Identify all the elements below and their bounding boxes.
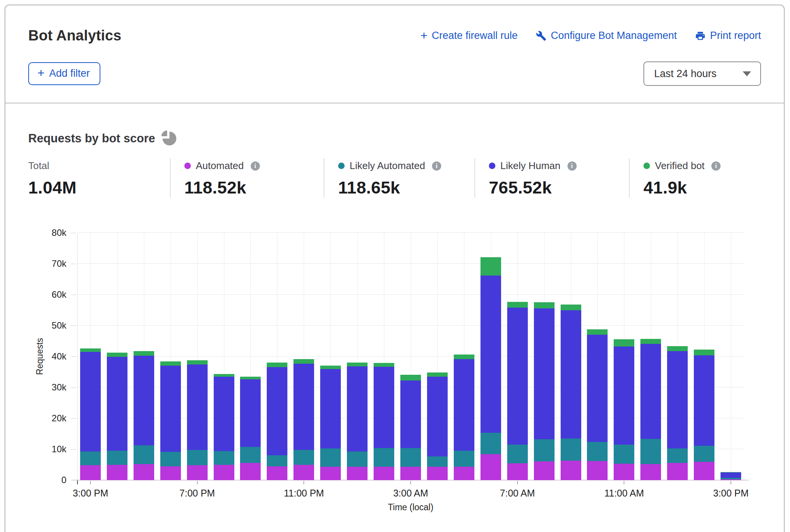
plot-area — [77, 233, 744, 480]
stacked-bar[interactable] — [187, 360, 208, 480]
bar-segment-automated — [640, 464, 661, 480]
x-tick-label: 3:00 AM — [393, 488, 428, 499]
stacked-bar[interactable] — [454, 355, 474, 480]
bar-segment-likely-human — [80, 352, 101, 451]
bot-analytics-card: Bot Analytics + Create firewall rule Con… — [5, 5, 785, 532]
bar-segment-automated — [534, 461, 555, 480]
x-tick-mark — [197, 481, 198, 484]
bar-segment-likely-human — [721, 472, 741, 478]
stacked-bar[interactable] — [347, 363, 368, 480]
bar-segment-likely-automated — [293, 450, 314, 465]
stat-likely-automated: Likely Automated i 118.65k — [324, 158, 474, 198]
stacked-bar[interactable] — [214, 374, 234, 480]
stacked-bar[interactable] — [80, 348, 101, 480]
stacked-bar[interactable] — [694, 350, 714, 480]
stat-verified-bot: Verified bot i 41.9k — [629, 158, 761, 198]
bar-segment-verified-bot — [293, 359, 314, 363]
bar-segment-automated — [454, 467, 474, 480]
x-tick-label: 11:00 AM — [604, 488, 644, 499]
bar-segment-likely-human — [267, 367, 287, 456]
x-tick-mark — [303, 481, 304, 484]
bar-segment-verified-bot — [187, 360, 208, 364]
bar-segment-automated — [507, 463, 528, 480]
bar-segment-verified-bot — [267, 363, 287, 367]
create-firewall-rule-link[interactable]: + Create firewall rule — [420, 30, 518, 42]
stacked-bar[interactable] — [160, 361, 181, 480]
stacked-bar[interactable] — [267, 363, 287, 480]
bar-segment-likely-automated — [561, 438, 581, 461]
print-report-link[interactable]: Print report — [695, 30, 761, 42]
bar-segment-likely-human — [374, 367, 394, 448]
add-filter-button[interactable]: + Add filter — [28, 62, 100, 85]
stacked-bar[interactable] — [480, 257, 501, 480]
bar-segment-likely-human — [214, 377, 234, 451]
y-tick-mark — [71, 480, 76, 480]
card-header: Bot Analytics + Create firewall rule Con… — [5, 5, 784, 103]
stat-total: Total 1.04M — [28, 158, 170, 198]
stacked-bar[interactable] — [107, 353, 127, 480]
bar-segment-likely-automated — [507, 445, 528, 463]
y-tick-mark — [71, 356, 76, 357]
y-tick-label: 70k — [32, 258, 66, 269]
bar-segment-likely-automated — [347, 451, 368, 467]
bar-segment-likely-automated — [187, 450, 208, 465]
bar-segment-likely-human — [694, 355, 714, 446]
info-icon[interactable]: i — [568, 161, 577, 171]
stacked-bar[interactable] — [320, 366, 341, 480]
x-tick-mark — [410, 481, 411, 484]
bar-segment-automated — [187, 465, 208, 480]
y-tick-label: 80k — [32, 227, 66, 238]
bar-segment-likely-human — [534, 308, 555, 439]
bar-segment-likely-automated — [614, 445, 634, 464]
bar-segment-likely-human — [640, 344, 661, 439]
configure-bot-management-link[interactable]: Configure Bot Management — [536, 30, 677, 42]
bar-segment-likely-human — [614, 347, 634, 445]
bar-segment-automated — [347, 467, 368, 480]
y-tick-mark — [71, 264, 76, 264]
bar-segment-likely-human — [134, 356, 154, 445]
automated-dot-icon — [184, 163, 191, 169]
stacked-bar[interactable] — [667, 346, 688, 480]
info-icon[interactable]: i — [251, 161, 260, 171]
bar-segment-verified-bot — [320, 366, 341, 369]
action-label: Create firewall rule — [432, 30, 518, 42]
bar-segment-likely-automated — [240, 447, 261, 463]
bar-segment-likely-human — [454, 359, 474, 451]
stacked-bar[interactable] — [721, 472, 741, 480]
info-icon[interactable]: i — [432, 161, 441, 171]
bar-segment-likely-automated — [667, 448, 688, 463]
bar-segment-likely-human — [107, 357, 127, 451]
stacked-bar[interactable] — [640, 339, 661, 480]
bar-segment-likely-automated — [134, 445, 154, 464]
requests-by-bot-score-chart: Requests Time (local) 010k20k30k40k50k60… — [28, 213, 761, 514]
verified-bot-dot-icon — [643, 163, 650, 169]
bar-segment-likely-human — [427, 377, 448, 456]
bar-segment-verified-bot — [374, 363, 394, 367]
stacked-bar[interactable] — [400, 375, 421, 480]
stacked-bar[interactable] — [134, 351, 154, 480]
stacked-bar[interactable] — [614, 339, 634, 480]
time-range-select[interactable]: Last 24 hours — [643, 61, 761, 86]
bar-segment-verified-bot — [240, 377, 261, 379]
stat-value: 118.52k — [184, 178, 324, 198]
x-tick-mark — [730, 481, 731, 484]
bar-segment-verified-bot — [427, 372, 448, 377]
stacked-bar[interactable] — [293, 359, 314, 480]
stacked-bar[interactable] — [427, 372, 448, 480]
stacked-bar[interactable] — [534, 302, 555, 480]
stacked-bar[interactable] — [561, 305, 581, 480]
stacked-bar[interactable] — [240, 377, 261, 480]
stat-label: Verified bot — [655, 160, 705, 172]
stacked-bar[interactable] — [507, 302, 528, 480]
stacked-bar[interactable] — [587, 329, 608, 480]
plus-icon: + — [37, 67, 45, 79]
add-filter-label: Add filter — [49, 68, 90, 79]
x-tick-label: 3:00 PM — [73, 488, 108, 499]
stat-automated: Automated i 118.52k — [170, 158, 324, 198]
bar-segment-automated — [427, 467, 448, 480]
y-tick-mark — [71, 387, 76, 388]
bar-segment-automated — [267, 466, 287, 480]
info-icon[interactable]: i — [711, 161, 721, 171]
y-tick-label: 40k — [32, 351, 66, 362]
stacked-bar[interactable] — [374, 363, 394, 480]
